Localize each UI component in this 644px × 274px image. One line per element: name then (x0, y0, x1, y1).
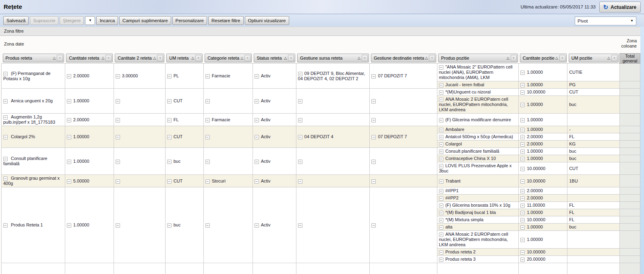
collapse-icon[interactable]: − (520, 196, 525, 201)
collapse-icon[interactable]: − (205, 160, 210, 164)
toolbar-button-optiuni-vizualizare[interactable]: Optiuni vizualizare (245, 16, 289, 25)
collapse-icon[interactable]: − (116, 135, 120, 139)
collapse-icon[interactable]: − (439, 142, 443, 147)
collapse-icon[interactable]: − (439, 157, 443, 161)
collapse-icon[interactable]: − (167, 135, 172, 139)
collapse-icon[interactable]: − (371, 179, 376, 184)
collapse-icon[interactable]: − (439, 225, 443, 230)
collapse-icon[interactable]: − (3, 99, 8, 104)
collapse-icon[interactable]: − (167, 160, 172, 164)
collapse-icon[interactable]: − (67, 179, 71, 184)
filter-dropdown-button[interactable]: ▼ (362, 55, 368, 61)
collapse-icon[interactable]: − (205, 99, 210, 104)
collapse-icon[interactable]: − (520, 189, 525, 193)
toolbar-button-campuri-suplimentare[interactable]: Campuri suplimentare (119, 16, 171, 25)
filter-dropdown-button[interactable]: ▼ (429, 55, 435, 61)
collapse-icon[interactable]: − (67, 99, 71, 104)
refresh-button[interactable]: ↻ Actualizare (599, 2, 641, 12)
collapse-icon[interactable]: − (520, 128, 525, 132)
collapse-icon[interactable]: − (439, 203, 443, 208)
collapse-icon[interactable]: − (255, 74, 259, 79)
collapse-icon[interactable]: − (205, 135, 210, 139)
collapse-icon[interactable]: − (520, 218, 525, 222)
filter-dropdown-button[interactable]: ▼ (288, 55, 294, 61)
collapse-icon[interactable]: − (67, 135, 71, 139)
collapse-icon[interactable]: − (371, 223, 376, 228)
field-button-produs-pozitie[interactable]: Produs pozitie△▼ (438, 54, 518, 62)
collapse-icon[interactable]: − (439, 118, 443, 122)
collapse-icon[interactable]: − (520, 83, 525, 87)
collapse-icon[interactable]: − (520, 90, 525, 95)
collapse-icon[interactable]: − (439, 149, 443, 154)
collapse-icon[interactable]: − (116, 160, 120, 164)
filter-dropdown-button[interactable]: ▼ (57, 55, 63, 61)
collapse-icon[interactable]: − (116, 99, 120, 104)
field-button-cantitate-2-reteta[interactable]: Cantitate 2 reteta△▼ (115, 54, 164, 62)
collapse-icon[interactable]: − (439, 65, 443, 70)
collapse-icon[interactable]: − (371, 160, 376, 164)
collapse-icon[interactable]: − (298, 223, 302, 228)
filter-dropdown-button[interactable]: ▼ (157, 55, 163, 61)
collapse-icon[interactable]: − (520, 211, 525, 215)
collapse-icon[interactable]: − (439, 179, 443, 184)
collapse-icon[interactable]: − (67, 223, 71, 228)
collapse-icon[interactable]: − (255, 223, 259, 228)
collapse-icon[interactable]: − (439, 135, 443, 139)
collapse-icon[interactable]: − (298, 118, 302, 122)
collapse-icon[interactable]: − (298, 135, 302, 139)
collapse-icon[interactable]: − (439, 164, 443, 168)
collapse-icon[interactable]: − (205, 74, 210, 79)
filter-dropdown-button[interactable]: ▼ (611, 55, 617, 61)
filter-zone[interactable]: Zona filtre (0, 27, 640, 36)
field-button-um-reteta[interactable]: UM reteta△▼ (166, 54, 203, 62)
field-button-um-pozitie[interactable]: UM pozitie△▼ (569, 54, 619, 62)
collapse-icon[interactable]: − (298, 72, 302, 76)
collapse-icon[interactable]: − (3, 115, 8, 120)
collapse-icon[interactable]: − (67, 118, 71, 122)
field-button-cantitate-reteta[interactable]: Cantitate reteta△▼ (66, 54, 113, 62)
collapse-icon[interactable]: − (520, 103, 525, 107)
collapse-icon[interactable]: − (439, 98, 443, 102)
collapse-icon[interactable]: − (439, 257, 443, 262)
filter-dropdown-button[interactable]: ▼ (195, 55, 201, 61)
collapse-icon[interactable]: − (371, 118, 376, 122)
toolbar-button-incarca[interactable]: Incarca (96, 16, 118, 25)
collapse-icon[interactable]: − (167, 74, 172, 79)
collapse-icon[interactable]: − (520, 225, 525, 230)
collapse-icon[interactable]: − (520, 238, 525, 242)
collapse-icon[interactable]: − (3, 135, 8, 139)
filter-dropdown-button[interactable]: ▼ (559, 55, 565, 61)
collapse-icon[interactable]: − (167, 118, 172, 122)
collapse-icon[interactable]: − (3, 223, 8, 228)
collapse-icon[interactable]: − (520, 71, 525, 75)
filter-dropdown-button[interactable]: ▼ (511, 55, 517, 61)
collapse-icon[interactable]: − (116, 223, 120, 228)
field-button-produs-reteta[interactable]: Produs reteta△▼ (3, 54, 64, 62)
collapse-icon[interactable]: − (205, 179, 210, 184)
collapse-icon[interactable]: − (520, 149, 525, 154)
collapse-icon[interactable]: − (520, 257, 525, 262)
collapse-icon[interactable]: − (439, 128, 443, 132)
collapse-icon[interactable]: − (439, 218, 443, 222)
toolbar-button-personalizare[interactable]: Personalizare (172, 16, 207, 25)
view-mode-select[interactable]: Pivot ▼ (575, 17, 636, 25)
collapse-icon[interactable]: − (116, 179, 120, 184)
collapse-icon[interactable]: − (67, 74, 71, 79)
collapse-icon[interactable]: − (439, 211, 443, 215)
collapse-icon[interactable]: − (167, 223, 172, 228)
collapse-icon[interactable]: − (439, 189, 443, 193)
collapse-icon[interactable]: − (439, 196, 443, 201)
collapse-icon[interactable]: − (255, 135, 259, 139)
collapse-icon[interactable]: − (439, 90, 443, 95)
collapse-icon[interactable]: − (439, 250, 443, 255)
collapse-icon[interactable]: − (255, 179, 259, 184)
field-button-cantitate-pozitie[interactable]: Cantitate pozitie△▼ (520, 54, 567, 62)
field-button-gestiune-sursa-reteta[interactable]: Gestiune sursa reteta△▼ (297, 54, 369, 62)
collapse-icon[interactable]: − (205, 223, 210, 228)
collapse-icon[interactable]: − (298, 99, 302, 104)
collapse-icon[interactable]: − (167, 99, 172, 104)
collapse-icon[interactable]: − (371, 74, 376, 79)
collapse-icon[interactable]: − (116, 74, 120, 79)
toolbar-button-salveaz[interactable]: Salvează (3, 16, 29, 25)
collapse-icon[interactable]: − (255, 160, 259, 164)
